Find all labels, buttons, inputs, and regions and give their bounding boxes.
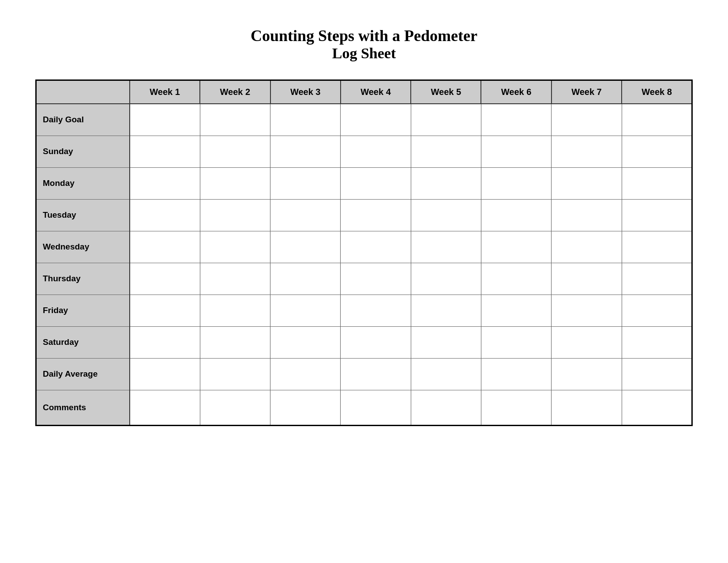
- header-week1: Week 1: [130, 80, 200, 104]
- data-cell[interactable]: [622, 104, 692, 136]
- data-cell[interactable]: [270, 390, 341, 425]
- data-cell[interactable]: [270, 199, 341, 231]
- data-cell[interactable]: [552, 167, 622, 199]
- data-cell[interactable]: [341, 167, 411, 199]
- data-cell[interactable]: [130, 231, 200, 263]
- data-cell[interactable]: [130, 390, 200, 425]
- data-cell[interactable]: [200, 231, 270, 263]
- data-cell[interactable]: [200, 326, 270, 358]
- data-cell[interactable]: [411, 358, 481, 390]
- data-cell[interactable]: [270, 231, 341, 263]
- data-cell[interactable]: [552, 104, 622, 136]
- data-cell[interactable]: [552, 390, 622, 425]
- data-cell[interactable]: [270, 295, 341, 326]
- data-cell[interactable]: [130, 199, 200, 231]
- data-cell[interactable]: [411, 390, 481, 425]
- data-cell[interactable]: [622, 295, 692, 326]
- data-cell[interactable]: [552, 263, 622, 295]
- data-cell[interactable]: [411, 199, 481, 231]
- table-row: Thursday: [36, 263, 692, 295]
- data-cell[interactable]: [481, 104, 551, 136]
- data-cell[interactable]: [270, 263, 341, 295]
- title-line1: Counting Steps with a Pedometer: [251, 26, 477, 45]
- header-week2: Week 2: [200, 80, 270, 104]
- row-label-sunday: Sunday: [36, 136, 130, 167]
- row-label-thursday: Thursday: [36, 263, 130, 295]
- data-cell[interactable]: [481, 231, 551, 263]
- data-cell[interactable]: [622, 199, 692, 231]
- row-label-monday: Monday: [36, 167, 130, 199]
- data-cell[interactable]: [622, 136, 692, 167]
- data-cell[interactable]: [552, 231, 622, 263]
- data-cell[interactable]: [130, 326, 200, 358]
- data-cell[interactable]: [341, 104, 411, 136]
- data-cell[interactable]: [622, 358, 692, 390]
- page-title: Counting Steps with a Pedometer Log Shee…: [251, 26, 477, 62]
- log-table: Week 1 Week 2 Week 3 Week 4 Week 5 Week …: [35, 79, 693, 426]
- data-cell[interactable]: [552, 199, 622, 231]
- data-cell[interactable]: [130, 136, 200, 167]
- data-cell[interactable]: [130, 263, 200, 295]
- data-cell[interactable]: [622, 326, 692, 358]
- data-cell[interactable]: [200, 167, 270, 199]
- data-cell[interactable]: [341, 231, 411, 263]
- data-cell[interactable]: [481, 167, 551, 199]
- data-cell[interactable]: [481, 136, 551, 167]
- table-row: Wednesday: [36, 231, 692, 263]
- data-cell[interactable]: [200, 136, 270, 167]
- data-cell[interactable]: [481, 295, 551, 326]
- data-cell[interactable]: [130, 167, 200, 199]
- data-cell[interactable]: [552, 326, 622, 358]
- data-cell[interactable]: [411, 104, 481, 136]
- table-row: Saturday: [36, 326, 692, 358]
- data-cell[interactable]: [130, 295, 200, 326]
- data-cell[interactable]: [200, 104, 270, 136]
- table-row: Daily Goal: [36, 104, 692, 136]
- data-cell[interactable]: [270, 326, 341, 358]
- data-cell[interactable]: [552, 358, 622, 390]
- data-cell[interactable]: [341, 358, 411, 390]
- row-label-daily-goal: Daily Goal: [36, 104, 130, 136]
- data-cell[interactable]: [270, 167, 341, 199]
- header-week4: Week 4: [341, 80, 411, 104]
- data-cell[interactable]: [481, 199, 551, 231]
- data-cell[interactable]: [481, 358, 551, 390]
- header-week8: Week 8: [622, 80, 692, 104]
- data-cell[interactable]: [130, 358, 200, 390]
- data-cell[interactable]: [270, 104, 341, 136]
- data-cell[interactable]: [200, 390, 270, 425]
- row-label-friday: Friday: [36, 295, 130, 326]
- data-cell[interactable]: [200, 358, 270, 390]
- title-line2: Log Sheet: [251, 45, 477, 62]
- data-cell[interactable]: [270, 358, 341, 390]
- data-cell[interactable]: [411, 136, 481, 167]
- data-cell[interactable]: [552, 295, 622, 326]
- data-cell[interactable]: [622, 167, 692, 199]
- data-cell[interactable]: [622, 390, 692, 425]
- table-header-row: Week 1 Week 2 Week 3 Week 4 Week 5 Week …: [36, 80, 692, 104]
- data-cell[interactable]: [552, 136, 622, 167]
- data-cell[interactable]: [481, 390, 551, 425]
- data-cell[interactable]: [622, 263, 692, 295]
- data-cell[interactable]: [341, 263, 411, 295]
- data-cell[interactable]: [341, 136, 411, 167]
- data-cell[interactable]: [411, 326, 481, 358]
- data-cell[interactable]: [411, 295, 481, 326]
- table-row: Sunday: [36, 136, 692, 167]
- data-cell[interactable]: [341, 390, 411, 425]
- data-cell[interactable]: [622, 231, 692, 263]
- data-cell[interactable]: [481, 326, 551, 358]
- data-cell[interactable]: [411, 263, 481, 295]
- data-cell[interactable]: [270, 136, 341, 167]
- data-cell[interactable]: [200, 295, 270, 326]
- data-cell[interactable]: [481, 263, 551, 295]
- data-cell[interactable]: [130, 104, 200, 136]
- data-cell[interactable]: [341, 199, 411, 231]
- data-cell[interactable]: [411, 167, 481, 199]
- data-cell[interactable]: [411, 231, 481, 263]
- data-cell[interactable]: [341, 326, 411, 358]
- data-cell[interactable]: [341, 295, 411, 326]
- header-empty-cell: [36, 80, 130, 104]
- data-cell[interactable]: [200, 199, 270, 231]
- data-cell[interactable]: [200, 263, 270, 295]
